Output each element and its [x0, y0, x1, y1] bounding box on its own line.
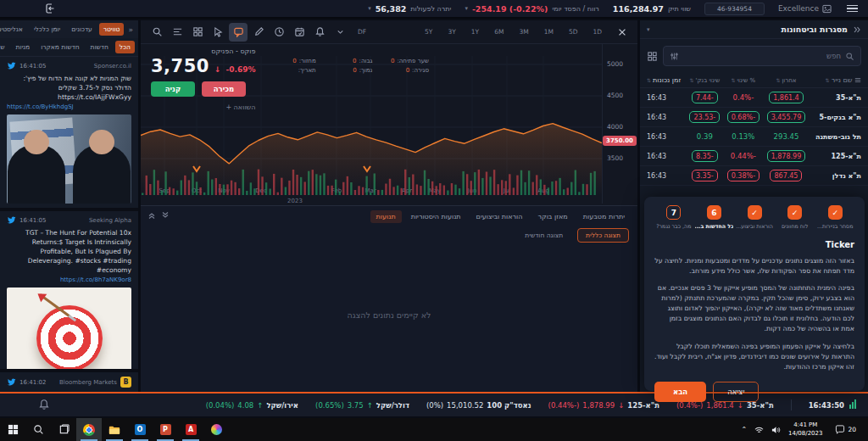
timeframe-6m[interactable]: 6M	[492, 26, 505, 37]
sell-button[interactable]: מכירה	[202, 81, 246, 97]
ticker-item[interactable]: ת"א-125 ↓ 1,878.99 (-0.44%)	[548, 401, 659, 410]
col-security-name[interactable]: שם נייר⇅	[810, 76, 861, 84]
tour-step-upcoming[interactable]: 7מה, כבר נגמר?	[654, 205, 693, 229]
ticker-item[interactable]: דולר/שקל ↑ 3.75 (0.65%)	[315, 401, 409, 410]
timeframe-3y[interactable]: 3Y	[446, 26, 457, 37]
table-row[interactable]: תל גוב-משתנה 293.45 0.13% 0.39 16:43	[640, 127, 868, 147]
tab-twitter[interactable]: טוויטר	[99, 23, 125, 36]
tweet-item[interactable]: 16:41:02 Bloomberg Markets B	[0, 369, 138, 392]
tray-expand-icon[interactable]: ⌃	[741, 426, 747, 433]
tab-orders-executions[interactable]: הוראות וביצועים	[470, 210, 529, 223]
logout-button[interactable]	[41, 0, 59, 18]
ticker-item[interactable]: נאסד"ק 100 15,010.52 (0%)	[426, 401, 531, 410]
buy-button[interactable]: קניה	[151, 81, 195, 97]
table-row[interactable]: ת"א-125 1,878.99 -0.44% -8.35 16:43	[640, 147, 868, 166]
tab-economic-calendar[interactable]: יומן כלכלי	[30, 23, 64, 36]
history-button[interactable]	[270, 23, 288, 42]
draw-tool-button[interactable]	[249, 23, 268, 42]
col-points-change[interactable]: שינוי בנק'⇅	[686, 77, 725, 84]
symbol-search-button[interactable]	[147, 23, 166, 42]
tour-step-current[interactable]: 6כל החדשות ב...	[695, 205, 734, 229]
chart-type-button[interactable]	[168, 23, 186, 42]
tweet-link[interactable]: https://t.co/8h7aNK9or8	[7, 276, 131, 283]
grid-view-icon[interactable]	[647, 51, 658, 62]
cursor-tool-button[interactable]	[209, 23, 227, 42]
taskbar-clock[interactable]: 4:41 PM 14/08/2023	[788, 421, 822, 438]
main-menu-button[interactable]	[845, 3, 860, 15]
notifications-bell-button[interactable]	[38, 399, 50, 410]
timeframe-5d[interactable]: 5D	[567, 26, 580, 37]
table-row[interactable]: ת"א-35 1,861.4 -0.4% -7.44 16:43	[640, 88, 868, 108]
pnl-group[interactable]: ▾ -254.19 (-0.22%) רווח / הפסד יומי	[465, 4, 598, 14]
exit-tour-button[interactable]: יציאה	[713, 382, 759, 402]
price-chart[interactable]: SepOctNovDec2023FebMarAprMayJunJulAug 50…	[141, 44, 637, 204]
taskbar-powerpoint-button[interactable]: P	[153, 418, 178, 441]
compare-button[interactable]: השוואה +	[151, 103, 255, 111]
collapse-panel-icon[interactable]: «	[126, 25, 135, 34]
double-chevron-icon[interactable]	[853, 25, 861, 34]
timeframe-1m[interactable]: 1M	[542, 26, 555, 37]
view-general-button[interactable]: תצוגה כללית	[577, 228, 629, 243]
timeframe-1d[interactable]: 1D	[591, 26, 604, 37]
speaker-icon[interactable]	[771, 426, 781, 434]
layout-grid-button[interactable]	[188, 23, 207, 42]
account-number[interactable]: 46-934954	[704, 3, 765, 15]
tweet-link[interactable]: https://t.co/ByHkhdgSJ	[7, 103, 131, 110]
tweet-item[interactable]: 16:41:05 Seeking Alpha TGT – The Hunt Fo…	[0, 208, 138, 387]
next-button[interactable]: הבא	[654, 382, 706, 402]
balance-group[interactable]: ▾ 56,382 יתרה לפעולות	[368, 4, 451, 14]
timeframe-5y[interactable]: 5Y	[423, 26, 434, 37]
tab-stocks[interactable]: מניות	[11, 41, 34, 53]
tab-updates[interactable]: עדכונים	[67, 23, 96, 36]
tab-analysts[interactable]: אנליסטים	[0, 23, 27, 36]
col-time[interactable]: זמן נכונות⇅	[647, 76, 686, 84]
tab-all[interactable]: הכל	[115, 41, 135, 53]
taskbar-chrome-button[interactable]	[76, 418, 102, 441]
search-input[interactable]	[683, 52, 841, 60]
chat-annotation-button[interactable]	[229, 23, 248, 42]
ticker-item[interactable]: ת"א-35 ↓ 1,861.4 (-0.4%)	[676, 401, 774, 410]
col-pct-change[interactable]: % שינוי⇅	[724, 77, 763, 84]
filter-sliders-icon[interactable]	[670, 52, 679, 61]
toolbar-more-button[interactable]	[331, 23, 349, 42]
taskbar-outlook-button[interactable]: O	[127, 418, 153, 441]
tweet-photo-politicians[interactable]	[7, 114, 131, 204]
ticker-item[interactable]: אירו/שקל ↑ 4.08 (0.04%)	[206, 401, 298, 410]
chevron-down-icon[interactable]: ▾	[647, 26, 650, 33]
start-button[interactable]	[0, 418, 25, 441]
view-monthly-button[interactable]: תצוגה חודשית	[517, 229, 570, 242]
taskbar-acrobat-button[interactable]: A	[178, 418, 203, 441]
taskbar-paint3d-button[interactable]	[203, 418, 229, 441]
tour-step-done[interactable]: ✓מסחר בניירות...	[815, 205, 854, 229]
tab-transactions[interactable]: תנועות	[370, 210, 402, 223]
close-chart-button[interactable]	[617, 27, 627, 37]
tour-step-done[interactable]: ✓לוח מחוונים	[776, 205, 815, 229]
taskbar-explorer-button[interactable]	[102, 418, 127, 441]
direction-arrow: ↑	[257, 401, 263, 410]
action-center-button[interactable]: 20	[830, 425, 861, 434]
tab-historic-transactions[interactable]: תנועות היסטוריות	[405, 210, 467, 223]
price-axis[interactable]: 5000 4500 4000 3500 3750.00	[602, 44, 637, 204]
calendar-button[interactable]	[290, 23, 309, 42]
col-last[interactable]: אחרון⇅	[763, 77, 810, 84]
expand-up-icon[interactable]	[147, 211, 156, 220]
table-row[interactable]: ת"א נדלן 867.45 -0.38% -3.35 16:43	[640, 166, 868, 186]
security-name: ת"א-35	[810, 94, 861, 102]
alert-button[interactable]	[310, 23, 329, 42]
tab-morning-balance[interactable]: מאזן בוקר	[531, 210, 573, 223]
tweet-item[interactable]: 16:41:05 Sponser.co.il שוק המניות לא קונ…	[0, 57, 138, 208]
task-view-button[interactable]	[51, 418, 76, 441]
notification-bubble-icon	[835, 425, 845, 434]
timeframe-3m[interactable]: 3M	[517, 26, 530, 37]
tab-capital-market[interactable]: שוק ההון	[0, 41, 8, 53]
timeframe-1y[interactable]: 1Y	[470, 26, 481, 37]
tab-macro-news[interactable]: חדשות מאקרו	[36, 41, 83, 53]
tab-currency-balances[interactable]: יתרות מטבעות	[577, 210, 631, 223]
taskbar-search-button[interactable]	[25, 418, 51, 441]
tab-news[interactable]: חדשות	[86, 41, 113, 53]
table-row[interactable]: ת"א בנקים-5 3,455.79 -0.68% -23.53 16:43	[640, 108, 868, 127]
tour-step-done[interactable]: ✓הוראות וביצוע...	[735, 205, 774, 229]
network-icon[interactable]	[754, 426, 764, 434]
search-box[interactable]	[663, 46, 861, 66]
collapse-down-icon[interactable]	[161, 211, 170, 220]
